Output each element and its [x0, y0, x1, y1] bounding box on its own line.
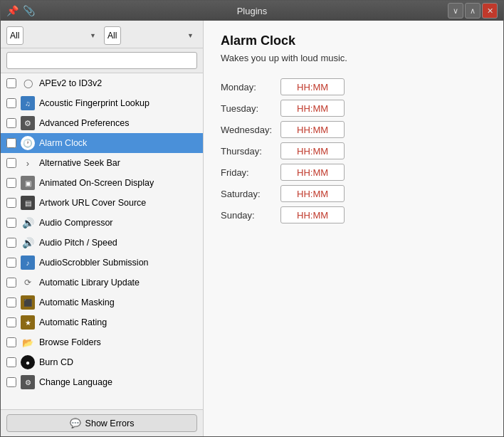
alarm-schedule-table: Monday: Tuesday: Wednesday:: [221, 76, 345, 226]
alarm-input-friday[interactable]: [280, 164, 345, 181]
alarm-row-tuesday: Tuesday:: [221, 98, 345, 119]
alarm-input-tuesday[interactable]: [280, 100, 345, 117]
titlebar-left: 📌 📎: [6, 5, 35, 16]
alarm-input-thursday[interactable]: [280, 142, 345, 159]
plugin-checkbox-audiopitch[interactable]: [6, 238, 16, 248]
plugin-checkbox-autorating[interactable]: [6, 317, 16, 327]
alarm-row-thursday: Thursday:: [221, 140, 345, 162]
autorating-icon: ★: [21, 315, 35, 330]
plugin-checkbox-acoustic[interactable]: [6, 98, 16, 108]
filter1-wrapper: All: [6, 26, 100, 45]
list-item[interactable]: 🔊 Audio Pitch / Speed: [1, 233, 203, 253]
scrobbler-icon: ♪: [21, 256, 35, 270]
alarm-label-monday: Monday:: [221, 76, 280, 98]
plugin-name-browsefolders: Browse Folders: [39, 337, 101, 347]
alarm-input-cell-sunday: [280, 204, 345, 226]
alarm-label-sunday: Sunday:: [221, 204, 280, 226]
content-area: All All 🔍: [1, 21, 503, 436]
plugin-checkbox-artwork[interactable]: [6, 198, 16, 208]
alarm-input-cell-saturday: [280, 183, 345, 204]
autolibrary-icon: ⟳: [21, 275, 35, 290]
artwork-icon: ▤: [21, 196, 35, 210]
plugin-name-automasking: Automatic Masking: [39, 298, 115, 307]
list-item[interactable]: ◯ APEv2 to ID3v2: [1, 73, 203, 93]
list-item[interactable]: ⚙ Change Language: [1, 372, 203, 392]
changelang-icon: ⚙: [21, 375, 35, 389]
filter1-select[interactable]: All: [6, 26, 23, 45]
alarm-label-saturday: Saturday:: [221, 183, 280, 204]
titlebar: 📌 📎 Plugins ∨ ∧ ✕: [1, 1, 503, 21]
plugin-name-acoustic: Acoustic Fingerprint Lookup: [39, 98, 149, 108]
alarm-input-cell-monday: [280, 76, 345, 98]
plugin-checkbox-animated[interactable]: [6, 178, 16, 188]
altseek-icon: ›: [21, 156, 35, 170]
plugin-name-audiocomp: Audio Compressor: [39, 218, 113, 228]
pin-icon: 📎: [23, 5, 35, 16]
show-errors-icon: 💬: [70, 418, 81, 428]
filter2-select[interactable]: All: [104, 26, 121, 45]
list-item[interactable]: ● Burn CD: [1, 352, 203, 372]
plugin-checkbox-burncd[interactable]: [6, 357, 16, 367]
alarm-icon: 🕐: [21, 136, 35, 150]
minimize-button[interactable]: ∨: [448, 3, 463, 19]
list-item-alarm[interactable]: 🕐 Alarm Clock: [1, 133, 203, 153]
plugin-name-apev2: APEv2 to ID3v2: [39, 78, 102, 88]
alarm-input-monday[interactable]: [280, 78, 345, 95]
plugin-checkbox-scrobbler[interactable]: [6, 258, 16, 268]
plugin-checkbox-changelang[interactable]: [6, 377, 16, 387]
plugin-name-advanced: Advanced Preferences: [39, 118, 129, 128]
bottom-bar: 💬 Show Errors: [1, 409, 203, 436]
alarm-input-sunday[interactable]: [280, 206, 345, 223]
list-item[interactable]: ♫ Acoustic Fingerprint Lookup: [1, 93, 203, 113]
alarm-row-saturday: Saturday:: [221, 183, 345, 204]
acoustic-icon: ♫: [21, 96, 35, 110]
titlebar-controls: ∨ ∧ ✕: [448, 3, 498, 19]
list-item[interactable]: › Alternative Seek Bar: [1, 153, 203, 173]
alarm-input-saturday[interactable]: [280, 185, 345, 202]
plugin-checkbox-altseek[interactable]: [6, 158, 16, 168]
plugin-checkbox-apev2[interactable]: [6, 78, 16, 88]
plugin-checkbox-autolibrary[interactable]: [6, 278, 16, 288]
right-panel: Alarm Clock Wakes you up with loud music…: [204, 21, 503, 436]
plugin-icon: 📌: [6, 5, 19, 16]
plugin-name-alarm: Alarm Clock: [39, 138, 87, 148]
alarm-row-friday: Friday:: [221, 162, 345, 183]
list-item[interactable]: ▤ Artwork URL Cover Source: [1, 193, 203, 213]
alarm-input-cell-wednesday: [280, 119, 345, 140]
search-wrapper: 🔍: [6, 52, 197, 69]
plugin-checkbox-alarm[interactable]: [6, 138, 16, 148]
list-item[interactable]: ⚙ Advanced Preferences: [1, 113, 203, 133]
browsefolders-icon: 📂: [21, 335, 35, 349]
show-errors-label: Show Errors: [85, 418, 135, 428]
search-input[interactable]: [6, 52, 197, 69]
alarm-label-wednesday: Wednesday:: [221, 119, 280, 140]
plugin-name-altseek: Alternative Seek Bar: [39, 158, 120, 168]
maximize-button[interactable]: ∧: [465, 3, 481, 19]
close-button[interactable]: ✕: [482, 3, 498, 19]
main-window: 📌 📎 Plugins ∨ ∧ ✕ All All: [0, 0, 504, 437]
list-item[interactable]: 📂 Browse Folders: [1, 332, 203, 352]
window-title: Plugins: [237, 6, 268, 16]
plugin-checkbox-browsefolders[interactable]: [6, 337, 16, 347]
show-errors-button[interactable]: 💬 Show Errors: [6, 414, 197, 432]
audiopitch-icon: 🔊: [21, 236, 35, 250]
plugin-name-artwork: Artwork URL Cover Source: [39, 198, 146, 208]
list-item[interactable]: ▣ Animated On-Screen Display: [1, 173, 203, 193]
list-item[interactable]: 🔊 Audio Compressor: [1, 213, 203, 233]
list-item[interactable]: ★ Automatic Rating: [1, 312, 203, 332]
list-item[interactable]: ♪ AudioScrobbler Submission: [1, 253, 203, 273]
plugin-name-audiopitch: Audio Pitch / Speed: [39, 238, 117, 248]
plugin-checkbox-automasking[interactable]: [6, 298, 16, 307]
list-item[interactable]: ⬛ Automatic Masking: [1, 293, 203, 312]
alarm-input-cell-tuesday: [280, 98, 345, 119]
plugin-name-burncd: Burn CD: [39, 357, 73, 367]
plugin-name-scrobbler: AudioScrobbler Submission: [39, 258, 149, 268]
search-row: 🔍: [1, 48, 203, 73]
alarm-label-thursday: Thursday:: [221, 140, 280, 162]
list-item[interactable]: ⟳ Automatic Library Update: [1, 273, 203, 293]
plugin-checkbox-audiocomp[interactable]: [6, 218, 16, 228]
plugin-list: ◯ APEv2 to ID3v2 ♫ Acoustic Fingerprint …: [1, 73, 203, 409]
alarm-label-tuesday: Tuesday:: [221, 98, 280, 119]
plugin-checkbox-advanced[interactable]: [6, 118, 16, 128]
alarm-input-wednesday[interactable]: [280, 121, 345, 138]
